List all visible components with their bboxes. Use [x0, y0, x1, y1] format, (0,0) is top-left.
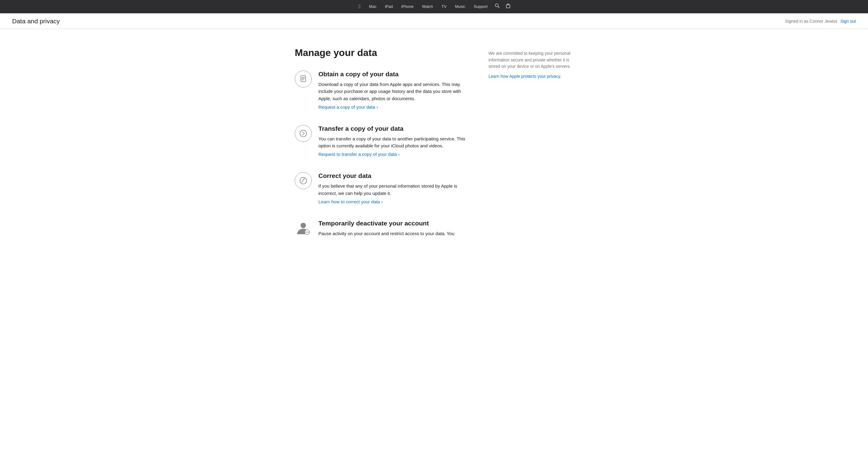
obtain-data-body: Obtain a copy of your data Download a co… — [318, 70, 470, 110]
privacy-link[interactable]: Learn how Apple protects your privacy. — [489, 74, 561, 79]
svg-line-1 — [498, 7, 499, 8]
bag-icon[interactable] — [503, 0, 514, 13]
nav-tv[interactable]: TV — [437, 0, 451, 13]
correct-data-item: Correct your data If you believe that an… — [295, 172, 470, 205]
svg-point-7 — [300, 130, 307, 137]
transfer-data-item: Transfer a copy of your data You can tra… — [295, 125, 470, 157]
nav-music[interactable]: Music — [451, 0, 469, 13]
nav-mac[interactable]: Mac — [365, 0, 381, 13]
page-section-title: Data and privacy — [12, 18, 60, 25]
transfer-data-icon — [295, 125, 312, 142]
top-navigation:  Mac iPad iPhone Watch TV Music Support — [0, 0, 868, 13]
transfer-data-body: Transfer a copy of your data You can tra… — [318, 125, 470, 157]
nav-ipad[interactable]: iPad — [381, 0, 397, 13]
main-content-area: Manage your data Obtain a copy of your d… — [283, 29, 585, 267]
svg-point-8 — [300, 177, 307, 184]
nav-support[interactable]: Support — [469, 0, 492, 13]
obtain-data-icon — [295, 70, 312, 88]
privacy-note-text: We are committed to keeping your persona… — [489, 50, 573, 70]
correct-data-title: Correct your data — [318, 172, 470, 180]
sign-out-button[interactable]: Sign out — [840, 19, 856, 24]
sidebar-privacy-info: We are committed to keeping your persona… — [489, 47, 573, 254]
deactivate-account-description: Pause activity on your account and restr… — [318, 230, 454, 237]
transfer-data-description: You can transfer a copy of your data to … — [318, 135, 470, 150]
signed-in-label: Signed in as Connor Jewiss — [785, 19, 837, 24]
content-left: Manage your data Obtain a copy of your d… — [295, 47, 470, 254]
svg-line-9 — [302, 179, 304, 182]
apple-logo-icon[interactable]:  — [354, 0, 365, 13]
correct-data-description: If you believe that any of your personal… — [318, 183, 470, 197]
correct-data-icon — [295, 172, 312, 189]
search-icon[interactable] — [492, 0, 503, 13]
header-auth-area: Signed in as Connor Jewiss Sign out — [785, 19, 856, 24]
svg-rect-2 — [506, 5, 510, 8]
page-title: Manage your data — [295, 47, 470, 58]
obtain-data-link[interactable]: Request a copy of your data › — [318, 104, 378, 110]
deactivate-account-icon — [295, 220, 312, 237]
transfer-data-link[interactable]: Request to transfer a copy of your data … — [318, 152, 400, 157]
transfer-data-title: Transfer a copy of your data — [318, 125, 470, 132]
svg-point-11 — [301, 223, 306, 228]
nav-watch[interactable]: Watch — [417, 0, 437, 13]
obtain-data-description: Download a copy of your data from Apple … — [318, 81, 470, 102]
nav-iphone[interactable]: iPhone — [397, 0, 417, 13]
obtain-data-item: Obtain a copy of your data Download a co… — [295, 70, 470, 110]
svg-point-10 — [304, 179, 305, 180]
correct-data-link[interactable]: Learn how to correct your data › — [318, 199, 383, 204]
deactivate-account-title: Temporarily deactivate your account — [318, 220, 454, 227]
correct-data-body: Correct your data If you believe that an… — [318, 172, 470, 205]
obtain-data-title: Obtain a copy of your data — [318, 70, 470, 78]
deactivate-account-item: Temporarily deactivate your account Paus… — [295, 220, 470, 239]
deactivate-account-body: Temporarily deactivate your account Paus… — [318, 220, 454, 239]
sub-header: Data and privacy Signed in as Connor Jew… — [0, 13, 868, 29]
